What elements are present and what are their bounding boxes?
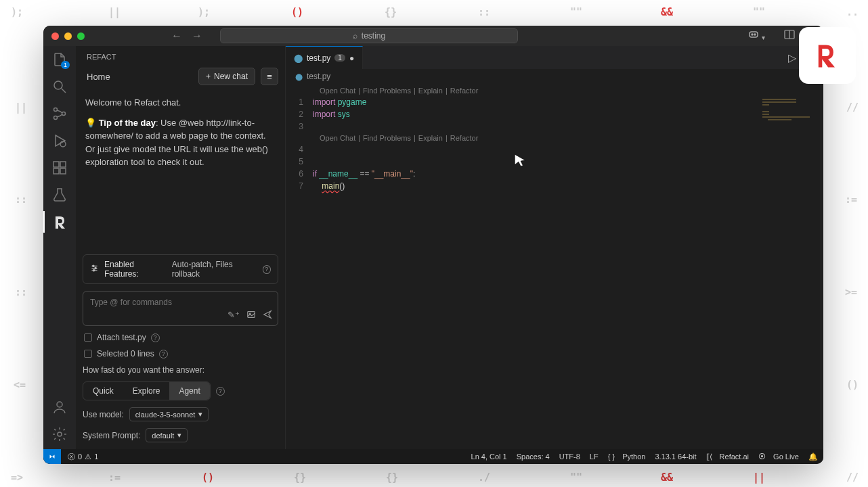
- svg-rect-16: [53, 168, 59, 174]
- tab-test-py[interactable]: ⬤ test.py 1 ●: [286, 46, 363, 69]
- cursor-position[interactable]: Ln 4, Col 1: [471, 453, 507, 461]
- code-line[interactable]: 1import pygame: [286, 96, 823, 108]
- codelens-open-chat[interactable]: Open Chat: [320, 87, 355, 95]
- image-icon[interactable]: [246, 310, 256, 321]
- python-env[interactable]: 3.13.1 64-bit: [655, 453, 696, 461]
- code-line[interactable]: 4: [286, 143, 823, 156]
- copilot-icon[interactable]: ▾: [748, 29, 765, 43]
- help-icon[interactable]: ?: [263, 265, 271, 274]
- codelens-explain[interactable]: Explain: [418, 87, 443, 95]
- code-editor[interactable]: Open Chat | Find Problems | Explain | Re…: [286, 84, 823, 449]
- python-file-icon: ⬤: [294, 53, 303, 63]
- eol-status[interactable]: LF: [590, 453, 599, 461]
- code-line[interactable]: 7 main(): [286, 180, 823, 192]
- encoding-status[interactable]: UTF-8: [559, 453, 580, 461]
- plus-icon: +: [206, 72, 211, 81]
- go-live[interactable]: ⦿ Go Live: [758, 453, 799, 461]
- braces-icon: { }: [608, 453, 615, 461]
- refact-status[interactable]: ⟦⟨ Refact.ai: [706, 453, 749, 461]
- search-icon: ⌕: [353, 31, 357, 41]
- svg-point-7: [54, 81, 62, 89]
- code-line[interactable]: 6if __name__ == "__main__":: [286, 168, 823, 180]
- lang-status[interactable]: { } Python: [608, 453, 646, 461]
- help-icon[interactable]: ?: [216, 387, 225, 396]
- layout-panel-icon[interactable]: [784, 29, 795, 43]
- explorer-badge: 1: [61, 61, 70, 69]
- run-icon[interactable]: ▷: [788, 51, 796, 64]
- line-number: 4: [286, 145, 313, 154]
- svg-point-1: [752, 34, 753, 35]
- close-window-icon[interactable]: [51, 32, 59, 40]
- code-line[interactable]: 3: [286, 120, 823, 133]
- codelens-open-chat[interactable]: Open Chat: [320, 134, 355, 142]
- attach-file-checkbox[interactable]: Attach test.py?: [83, 333, 278, 342]
- remote-indicator[interactable]: [43, 449, 61, 464]
- codelens-row: Open Chat | Find Problems | Explain | Re…: [286, 134, 823, 142]
- line-number: 5: [286, 157, 313, 166]
- selected-lines-checkbox[interactable]: Selected 0 lines?: [83, 349, 278, 358]
- svg-point-2: [754, 34, 756, 35]
- svg-point-25: [95, 267, 96, 269]
- modified-dot-icon: ●: [349, 53, 354, 63]
- extensions-icon[interactable]: [51, 160, 68, 176]
- speed-label: How fast do you want the answer:: [83, 365, 278, 375]
- testing-icon[interactable]: [51, 187, 68, 203]
- svg-point-24: [93, 265, 94, 266]
- explorer-icon[interactable]: 1: [51, 51, 68, 68]
- refact-side-panel: REFACT Home +New chat ≡ Welcome to Refac…: [76, 46, 286, 449]
- nav-back-icon[interactable]: ←: [171, 30, 182, 42]
- seg-quick[interactable]: Quick: [83, 382, 123, 400]
- command-center[interactable]: ⌕ testing: [220, 28, 518, 43]
- activity-bar: 1: [43, 46, 76, 449]
- nav-forward-icon[interactable]: →: [192, 30, 202, 42]
- indent-status[interactable]: Spaces: 4: [517, 453, 550, 461]
- model-label: Use model:: [83, 410, 124, 419]
- new-chat-button[interactable]: +New chat: [198, 68, 255, 85]
- refact-activity-icon[interactable]: [51, 214, 68, 230]
- chat-input[interactable]: ✎⁺: [83, 291, 278, 326]
- titlebar: ← → ⌕ testing ▾: [43, 26, 823, 46]
- home-link[interactable]: Home: [83, 72, 193, 82]
- codelens-find-problems[interactable]: Find Problems: [363, 87, 411, 95]
- tip-of-day: 💡 Tip of the day: Use @web http://link-t…: [85, 116, 276, 169]
- line-number: 7: [286, 181, 313, 191]
- breadcrumb[interactable]: ⬤ test.py: [286, 69, 823, 84]
- minimize-window-icon[interactable]: [64, 32, 72, 40]
- svg-point-26: [93, 270, 94, 271]
- model-select[interactable]: claude-3-5-sonnet▾: [129, 407, 209, 421]
- codelens-refactor[interactable]: Refactor: [450, 134, 479, 142]
- settings-gear-icon[interactable]: [51, 426, 68, 442]
- codelens-find-problems[interactable]: Find Problems: [363, 134, 411, 142]
- chevron-down-icon: ▾: [198, 410, 202, 419]
- svg-line-8: [62, 89, 66, 93]
- svg-point-20: [58, 432, 62, 436]
- help-icon[interactable]: ?: [151, 333, 160, 342]
- chevron-down-icon: ▾: [177, 431, 181, 440]
- scm-icon[interactable]: [51, 106, 68, 122]
- chat-input-field[interactable]: [90, 298, 271, 307]
- code-line[interactable]: 5: [286, 156, 823, 168]
- panel-title: REFACT: [76, 46, 285, 64]
- svg-rect-14: [53, 162, 59, 167]
- debug-icon[interactable]: [51, 133, 68, 149]
- send-icon[interactable]: [263, 310, 272, 321]
- panel-menu-button[interactable]: ≡: [261, 68, 278, 85]
- python-file-icon: ⬤: [295, 73, 303, 80]
- seg-agent[interactable]: Agent: [169, 382, 209, 400]
- search-activity-icon[interactable]: [51, 78, 68, 95]
- bell-icon[interactable]: 🔔: [808, 453, 818, 461]
- help-icon[interactable]: ?: [159, 350, 168, 358]
- problems-status[interactable]: ⓧ0 ⚠1: [68, 452, 98, 462]
- enabled-features: Enabled Features: Auto-patch, Files roll…: [83, 254, 278, 284]
- svg-point-9: [54, 108, 58, 112]
- maximize-window-icon[interactable]: [77, 32, 85, 40]
- codelens-refactor[interactable]: Refactor: [450, 87, 479, 95]
- minimap[interactable]: [756, 99, 823, 166]
- account-icon[interactable]: [51, 399, 68, 415]
- code-line[interactable]: 2import sys: [286, 108, 823, 120]
- svg-rect-0: [750, 32, 758, 37]
- seg-explore[interactable]: Explore: [123, 382, 170, 400]
- codelens-explain[interactable]: Explain: [418, 134, 443, 142]
- sysprompt-select[interactable]: default▾: [146, 428, 188, 442]
- magic-icon[interactable]: ✎⁺: [227, 310, 240, 321]
